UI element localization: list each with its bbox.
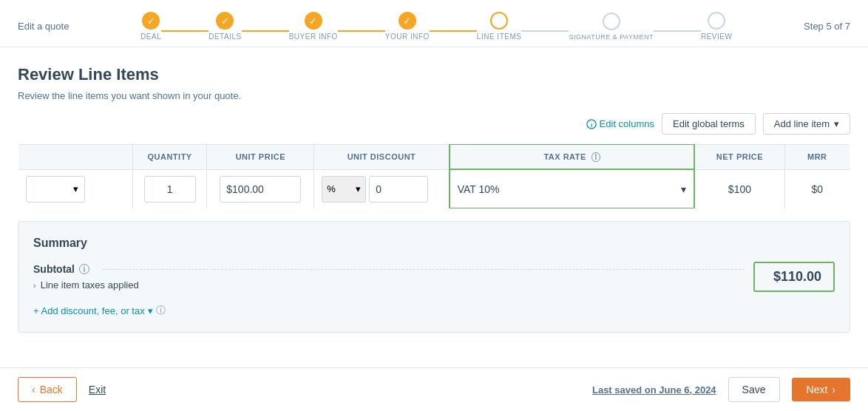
back-button[interactable]: ‹ Back [18,377,77,402]
step-label-your-info: YOUR INFO [385,33,430,41]
step-your-info: ✓ YOUR INFO [385,12,430,41]
add-discount-row: + Add discount, fee, or tax ▾ ⓘ [33,304,835,317]
quantity-input[interactable] [144,176,196,203]
subtotal-label: Subtotal i [33,263,753,275]
tax-rate-cell: VAT 10% ▾ [450,169,695,208]
stepper: ✓ DEAL ✓ DETAILS ✓ BUYER INFO ✓ YOUR INF… [140,12,732,41]
add-discount-button[interactable]: + Add discount, fee, or tax ▾ ⓘ [33,304,166,317]
next-button[interactable]: Next › [792,378,850,401]
dotted-divider [103,269,745,270]
edit-quote-label: Edit a quote [18,21,69,32]
step-circle-signature [603,13,620,30]
step-buyer-info: ✓ BUYER INFO [289,12,338,41]
col-header-name [18,144,133,169]
discount-type-button[interactable]: % ▾ [322,176,366,203]
connector-4 [430,30,477,32]
quantity-cell [132,169,207,208]
connector-6 [654,30,701,32]
unit-discount-cell: % ▾ [314,169,450,208]
step-review: REVIEW [701,12,732,41]
svg-text:i: i [591,121,592,128]
footer: ‹ Back Exit Last saved on June 6, 2024 S… [0,367,868,411]
discount-value-input[interactable] [369,176,428,203]
header: Edit a quote ✓ DEAL ✓ DETAILS ✓ BUYER IN… [0,0,868,47]
footer-left: ‹ Back Exit [18,377,106,402]
step-label-deal: DEAL [140,33,161,41]
edit-global-terms-button[interactable]: Edit global terms [662,113,756,135]
step-label-review: REVIEW [701,33,732,41]
product-cell: ▾ [18,169,133,208]
main-content: Review Line Items Review the line items … [0,47,868,333]
page-subtitle: Review the line items you want shown in … [18,90,850,101]
table-row: ▾ % ▾ [18,169,850,208]
connector-3 [338,30,385,32]
col-header-net-price: NET PRICE [694,144,784,169]
step-signature: SIGNATURE & PAYMENT [569,13,654,41]
next-arrow-icon: › [832,384,835,395]
footer-right: Last saved on June 6, 2024 Save Next › [592,377,850,402]
dropdown-chevron-icon: ▾ [73,183,78,194]
back-arrow-icon: ‹ [32,384,35,395]
step-label-line-items: LINE ITEMS [477,33,522,41]
add-discount-info-icon: ⓘ [156,304,166,317]
last-saved-text: Last saved on June 6, 2024 [592,384,716,395]
toolbar: i Edit columns Edit global terms Add lin… [18,113,850,135]
line-items-table: QUANTITY UNIT PRICE UNIT DISCOUNT TAX RA… [18,143,850,209]
step-circle-buyer-info: ✓ [305,12,322,30]
connector-5 [521,30,569,32]
discount-type-arrow-icon: ▾ [356,183,361,194]
step-label-signature: SIGNATURE & PAYMENT [569,33,654,41]
col-header-mrr: MRR [784,144,850,169]
col-header-unit-discount: UNIT DISCOUNT [314,144,450,169]
product-dropdown[interactable]: ▾ [26,176,85,203]
col-header-tax-rate: TAX RATE i [450,144,695,169]
unit-price-cell [207,169,314,208]
add-line-item-button[interactable]: Add line item ▾ [763,113,850,135]
connector-1 [161,30,208,32]
net-price-cell: $100 [694,169,784,208]
col-header-unit-price: UNIT PRICE [207,144,314,169]
step-counter: Step 5 of 7 [804,21,850,32]
line-item-taxes-toggle[interactable]: › Line item taxes applied [33,279,753,291]
save-button[interactable]: Save [728,377,780,402]
step-line-items: LINE ITEMS [477,12,522,41]
summary-section: Summary Subtotal i › Line item taxes app… [18,221,850,333]
step-circle-details: ✓ [216,12,234,30]
tax-rate-value: VAT 10% [458,183,500,195]
step-circle-your-info: ✓ [399,12,416,30]
tax-rate-dropdown-icon: ▾ [681,183,686,195]
col-header-quantity: QUANTITY [132,144,207,169]
exit-button[interactable]: Exit [89,384,106,395]
info-icon: i [586,119,597,129]
dropdown-arrow-icon: ▾ [834,118,839,129]
edit-columns-button[interactable]: i Edit columns [586,118,654,129]
chevron-right-icon: › [33,281,36,290]
subtotal-row: Subtotal i › Line item taxes applied $11… [33,262,835,292]
step-circle-line-items [490,12,508,30]
step-label-buyer-info: BUYER INFO [289,33,338,41]
step-deal: ✓ DEAL [140,12,161,41]
step-circle-deal: ✓ [142,12,160,30]
mrr-cell: $0 [784,169,850,208]
connector-2 [242,30,289,32]
step-details: ✓ DETAILS [208,12,241,41]
unit-price-input[interactable] [220,176,301,203]
page-title: Review Line Items [18,65,850,84]
step-label-details: DETAILS [208,33,241,41]
summary-title: Summary [33,237,835,250]
subtotal-value: $110.00 [753,262,835,292]
add-discount-arrow-icon: ▾ [148,305,153,316]
subtotal-info-icon: i [79,264,89,274]
step-circle-review [708,12,725,30]
tax-rate-info-icon: i [591,152,600,162]
